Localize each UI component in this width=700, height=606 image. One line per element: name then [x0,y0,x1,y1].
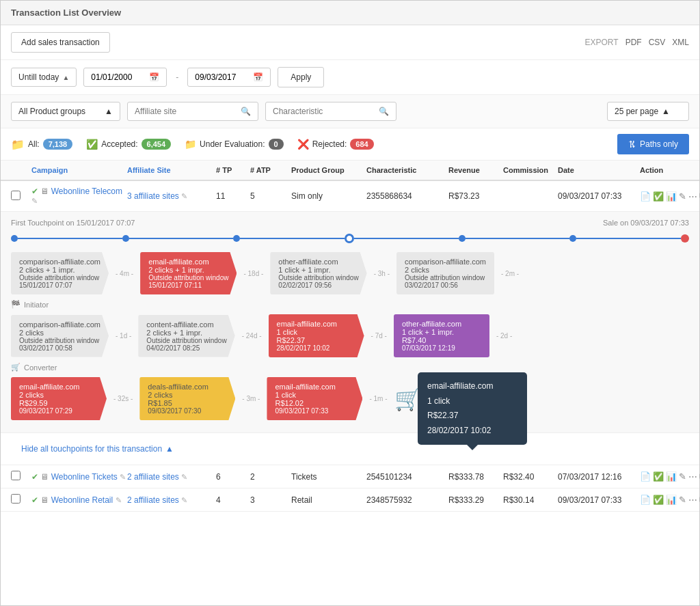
date-from-input[interactable]: 📅 [83,68,167,87]
touchpoint-section: First Touchpoint on 15/01/2017 07:07 Sal… [1,212,699,433]
row3-edit-icon[interactable]: ✎ [116,496,122,504]
calendar-from-icon[interactable]: 📅 [149,72,159,82]
tp-1-4-window: Outside attribution window [405,274,486,281]
tooltip: email-affiliate.com 1 click R$22.37 28/0… [418,372,527,445]
hide-touchpoints-label: Hide all touchpoints for this transactio… [21,444,162,454]
tp-1-2-detail: 2 clicks + 1 impr. [148,266,228,274]
affiliate-search-icon[interactable]: 🔍 [241,107,251,116]
row1-edit-icon[interactable]: ✎ [31,197,38,205]
tp-2-3-amount: R$22.37 [277,336,356,344]
row2-chart-icon[interactable]: 📊 [666,471,677,482]
tp-3-1-amount: R$29.59 [19,399,98,407]
stat-all: 📁 All: 7,138 [11,138,72,151]
row3-chart-icon[interactable]: 📊 [666,495,677,505]
tp-row-3: email-affiliate.com 2 clicks R$29.59 09/… [11,377,689,420]
col-campaign-header[interactable]: Campaign [31,166,127,174]
row2-edit-action-icon[interactable]: ✎ [679,471,686,482]
tp-2-4-detail: 1 click + 1 impr. [402,328,481,336]
tp-2-3-date: 28/02/2017 10:02 [277,344,356,352]
converter-row: 🛒 Converter [11,363,689,372]
date-separator: - [174,72,180,82]
first-touchpoint-label: First Touchpoint on 15/01/2017 07:07 [11,219,135,227]
row2-approve-icon[interactable]: ✅ [653,471,664,482]
row3-checkbox[interactable] [11,494,31,506]
row1-campaign: ✔ 🖥 Webonline Telecom ✎ [31,187,127,206]
sale-on-label: Sale on 09/03/2017 07:33 [603,219,689,227]
rejected-label: Rejected: [312,139,347,149]
characteristic-search[interactable]: 🔍 [265,102,396,121]
col-product-header: Product Group [291,166,366,174]
row3-approve-icon[interactable]: ✅ [653,495,664,505]
xml-export-button[interactable]: XML [672,38,689,47]
row2-checkbox[interactable] [11,471,31,482]
row1-campaign-link[interactable]: Webonline Telecom [51,187,122,196]
row3-tp: 4 [216,495,250,505]
date-from-field[interactable] [91,72,146,82]
characteristic-search-icon[interactable]: 🔍 [379,107,389,116]
initiator-icon: 🏁 [11,300,21,309]
row2-file-icon[interactable]: 📄 [640,471,651,482]
row2-char: 2545101234 [366,472,448,482]
tp-card-2-2: content-affiliate.com 2 clicks + 1 impr.… [138,315,234,357]
affiliate-site-input[interactable] [135,107,237,116]
tp-gap-9: - 32s - [110,395,136,402]
csv-export-button[interactable]: CSV [649,38,666,47]
hide-touchpoints-link[interactable]: Hide all touchpoints for this transactio… [11,439,184,459]
stat-evaluation: 📁 Under Evaluation: 0 [185,139,284,150]
row3-edit-action-icon[interactable]: ✎ [679,495,686,505]
affiliate-site-search[interactable]: 🔍 [127,102,258,121]
tp-card-1-1: comparison-affiliate.com 2 clicks + 1 im… [11,252,109,294]
tp-1-1-window: Outside attribution window [19,274,100,281]
tooltip-date: 28/02/2017 10:02 [427,424,517,439]
product-group-filter[interactable]: All Product groups ▲ [11,102,120,121]
row1-more-icon[interactable]: ⋯ [688,191,697,202]
row1-checkbox[interactable] [11,191,31,202]
characteristic-input[interactable] [273,107,375,116]
timeline-track-2 [129,238,234,239]
row3-campaign-link[interactable]: Webonline Retail [51,495,113,505]
tp-gap-11: - 1m - [366,395,390,402]
row3-file-icon[interactable]: 📄 [640,495,651,505]
date-to-field[interactable] [195,72,250,82]
date-range-selector[interactable]: Untill today ▲ [11,68,77,87]
paths-only-button[interactable]: ⛕ Paths only [617,134,689,154]
row2-edit-icon[interactable]: ✎ [120,473,126,481]
tooltip-site: email-affiliate.com [427,379,517,394]
row2-campaign-link[interactable]: Webonline Tickets [51,472,118,482]
all-label: All: [28,139,40,149]
tp-1-4-date: 03/02/2017 00:56 [405,281,486,289]
row1-chart-icon[interactable]: 📊 [666,191,677,202]
row1-affiliate: 3 affiliate sites ✎ [127,191,216,201]
tp-1-4-name: comparison-affiliate.com [405,258,486,266]
add-sales-transaction-button[interactable]: Add sales transaction [11,32,110,53]
hide-touchpoints-bar: Hide all touchpoints for this transactio… [1,433,699,465]
pdf-export-button[interactable]: PDF [625,38,642,47]
row3-affiliate-link[interactable]: 2 affiliate sites [127,495,179,505]
tp-1-2-date: 15/01/2017 07:11 [148,281,228,289]
tp-1-1-detail: 2 clicks + 1 impr. [19,266,100,274]
row1-approve-icon[interactable]: ✅ [653,191,664,202]
row1-affiliate-edit-icon[interactable]: ✎ [181,192,187,200]
col-affiliate-header[interactable]: Affiliate Site [127,166,216,174]
apply-button[interactable]: Apply [278,67,324,87]
tp-3-3-date: 09/03/2017 07:33 [275,407,354,415]
accepted-label: Accepted: [101,139,137,149]
per-page-selector[interactable]: 25 per page ▲ [607,102,689,121]
calendar-to-icon[interactable]: 📅 [253,72,263,82]
stats-bar: 📁 All: 7,138 ✅ Accepted: 6,454 📁 Under E… [1,128,699,161]
export-group: EXPORT PDF CSV XML [585,38,690,47]
row3-product: Retail [291,495,366,505]
row2-more-icon[interactable]: ⋯ [688,471,697,482]
row2-tp: 6 [216,472,250,482]
row3-affiliate-edit-icon[interactable]: ✎ [181,496,187,504]
timeline-dot-4 [459,235,466,242]
row2-affiliate-link[interactable]: 2 affiliate sites [127,472,179,482]
row1-edit-action-icon[interactable]: ✎ [679,191,686,202]
all-count-badge: 7,138 [43,139,73,150]
row3-more-icon[interactable]: ⋯ [688,495,697,505]
row2-affiliate-edit-icon[interactable]: ✎ [181,473,187,481]
date-to-input[interactable]: 📅 [187,68,271,87]
row1-file-icon[interactable]: 📄 [640,191,651,202]
evaluation-count-badge: 0 [269,139,284,150]
row1-affiliate-link[interactable]: 3 affiliate sites [127,191,179,201]
